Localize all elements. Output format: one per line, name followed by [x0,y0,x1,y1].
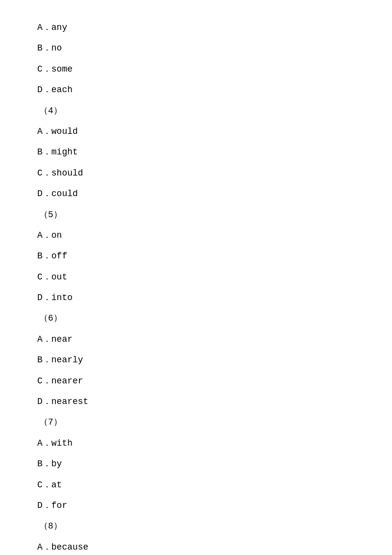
option-1-3: D．could [37,186,355,202]
section-label-2: （5） [37,207,355,223]
option-3-1: B．nearly [37,352,355,368]
option-5-0: A．because [37,539,355,555]
option-1-2: C．should [37,165,355,181]
option-2-2: C．out [37,269,355,285]
option-4-3: D．for [37,498,355,513]
option-4-2: C．at [37,477,355,493]
option-2-1: B．off [37,248,355,264]
option-1-0: A．would [37,124,355,139]
option-0-2: C．some [37,61,355,77]
section-label-3: （6） [37,310,355,326]
section-label-5: （8） [37,518,355,534]
option-3-3: D．nearest [37,394,355,409]
option-2-0: A．on [37,227,355,243]
option-4-1: B．by [37,456,355,472]
option-2-3: D．into [37,290,355,305]
main-content: A．anyB．noC．someD．each（4）A．wouldB．mightC．… [0,0,392,555]
section-label-1: （4） [37,103,355,119]
option-0-1: B．no [37,40,355,56]
option-0-3: D．each [37,82,355,98]
option-0-0: A．any [37,20,355,35]
option-3-2: C．nearer [37,373,355,389]
option-3-0: A．near [37,331,355,347]
option-1-1: B．might [37,144,355,160]
section-label-4: （7） [37,414,355,430]
option-4-0: A．with [37,435,355,451]
